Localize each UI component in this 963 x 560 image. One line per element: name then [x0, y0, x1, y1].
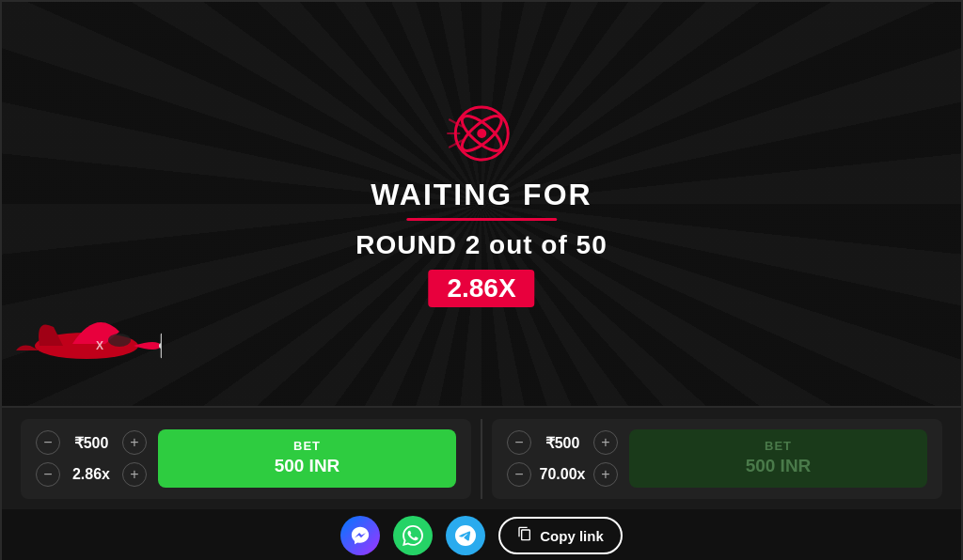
amount-row-right: − ₹500 + [507, 430, 618, 455]
bet-label-right: BET [765, 439, 792, 455]
increase-amount-right[interactable]: + [593, 430, 618, 455]
round-text: ROUND 2 out of 50 [355, 230, 607, 260]
propeller-icon [439, 101, 524, 166]
amount-value-right: ₹500 [539, 434, 586, 452]
increase-amount-left[interactable]: + [122, 430, 147, 455]
bet-controls-left: − ₹500 + − 2.86x + [36, 430, 147, 487]
bet-label-left: BET [293, 439, 321, 455]
bet-amount-left: 500 INR [275, 455, 340, 478]
bet-panel-right: − ₹500 + − 70.00x + [492, 419, 942, 499]
amount-row-left: − ₹500 + [36, 430, 147, 455]
bet-button-left[interactable]: BET 500 INR [158, 429, 456, 488]
messenger-button[interactable] [340, 516, 380, 555]
multiplier-row-right: − 70.00x + [507, 462, 618, 487]
telegram-button[interactable] [446, 516, 485, 555]
airplane-left: X [11, 299, 162, 378]
decrease-amount-left[interactable]: − [36, 430, 60, 455]
multiplier-value-left: 2.86x [68, 466, 115, 483]
waiting-text: WAITING FOR [355, 178, 607, 212]
decrease-amount-right[interactable]: − [507, 430, 531, 455]
increase-multiplier-left[interactable]: + [122, 462, 147, 487]
decrease-multiplier-right[interactable]: − [507, 462, 531, 487]
bet-panel-left: − ₹500 + − 2.86x + [21, 419, 471, 499]
decrease-multiplier-left[interactable]: − [36, 462, 60, 487]
svg-point-3 [477, 129, 486, 138]
waiting-line-divider [406, 218, 557, 221]
increase-multiplier-right[interactable]: + [593, 462, 618, 487]
bet-controls-right: − ₹500 + − 70.00x + [507, 430, 618, 487]
center-content: WAITING FOR ROUND 2 out of 50 2.86X [355, 101, 607, 307]
bet-amount-right: 500 INR [746, 455, 812, 478]
multiplier-row-left: − 2.86x + [36, 462, 147, 487]
amount-value-left: ₹500 [68, 434, 115, 452]
svg-text:X: X [96, 339, 103, 352]
controls-area: − ₹500 + − 2.86x + [2, 406, 961, 509]
copy-link-button[interactable]: Copy link [498, 517, 623, 554]
whatsapp-button[interactable] [393, 516, 433, 555]
copy-link-label: Copy link [540, 528, 604, 544]
svg-point-8 [108, 334, 131, 347]
multiplier-badge: 2.86X [428, 270, 534, 307]
footer-bar: Copy link [2, 509, 961, 560]
multiplier-value-right: 70.00x [539, 466, 586, 483]
app-wrapper: WAITING FOR ROUND 2 out of 50 2.86X [0, 0, 963, 560]
bet-button-right[interactable]: BET 500 INR [629, 429, 927, 488]
game-area: WAITING FOR ROUND 2 out of 50 2.86X [2, 2, 961, 406]
copy-icon [517, 526, 532, 545]
panel-divider [481, 419, 482, 499]
